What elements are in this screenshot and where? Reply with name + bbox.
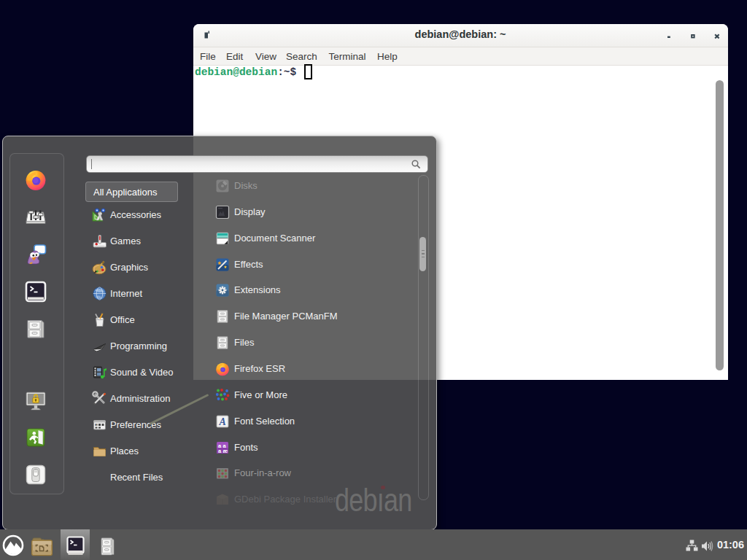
svg-text:æ: æ: [222, 447, 228, 454]
svg-text:A: A: [218, 416, 225, 427]
